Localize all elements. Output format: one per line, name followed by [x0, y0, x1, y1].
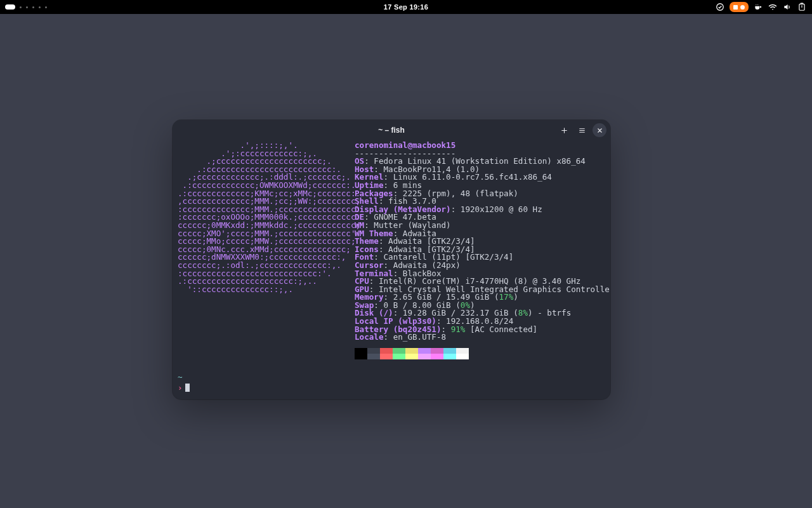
color-swatch [367, 354, 380, 359]
screen-share-icon [733, 5, 738, 10]
color-swatches [355, 348, 469, 359]
color-swatch [431, 354, 443, 359]
color-swatch [405, 354, 418, 359]
shell-prompt[interactable]: ~ › [178, 372, 190, 393]
window-title: ~ – fish [378, 126, 405, 135]
new-tab-button[interactable] [557, 123, 571, 137]
workspace-dot [39, 6, 41, 8]
color-swatch [443, 354, 456, 359]
info-row: Locale: en_GB.UTF-8 [355, 333, 610, 342]
workspace-indicator[interactable] [5, 4, 47, 10]
power-icon[interactable] [797, 2, 807, 12]
ascii-logo: .',;::::;,'. .';:cccccccccccc:;,. .;cccc… [178, 142, 353, 359]
workspace-dot [26, 6, 28, 8]
terminal-window: ~ – fish .',;::::;,'. .';:cccccccccccc:;… [173, 120, 610, 399]
system-tray[interactable] [715, 2, 807, 12]
workspace-dot [45, 6, 47, 8]
window-titlebar[interactable]: ~ – fish [173, 120, 610, 140]
screencast-indicator[interactable] [730, 2, 749, 12]
record-icon [740, 5, 745, 10]
color-swatch [405, 348, 418, 354]
color-swatch [380, 354, 393, 359]
color-swatch [443, 348, 456, 354]
color-swatch [355, 348, 367, 354]
workspace-active [5, 4, 15, 10]
color-swatch [431, 348, 443, 354]
color-swatch [456, 354, 469, 359]
clock[interactable]: 17 Sep 19:16 [384, 3, 428, 11]
color-swatch [418, 348, 431, 354]
color-swatch [456, 348, 469, 354]
terminal-output[interactable]: .',;::::;,'. .';:cccccccccccc:;,. .;cccc… [173, 140, 610, 364]
prompt-cwd: ~ [178, 372, 183, 382]
color-swatch [355, 354, 367, 359]
workspace-dot [32, 6, 34, 8]
cursor [185, 384, 190, 392]
workspace-dot [20, 6, 22, 8]
color-swatch [380, 348, 393, 354]
close-button[interactable] [593, 123, 606, 137]
volume-icon[interactable] [782, 2, 792, 12]
coffee-icon[interactable] [753, 2, 763, 12]
menu-button[interactable] [575, 123, 589, 137]
color-swatch [393, 348, 405, 354]
color-swatch [393, 354, 405, 359]
wifi-icon[interactable] [768, 2, 778, 12]
color-swatch [367, 348, 380, 354]
check-icon[interactable] [715, 2, 725, 12]
color-swatch [418, 354, 431, 359]
prompt-symbol: › [178, 383, 183, 392]
gnome-top-bar: 17 Sep 19:16 [0, 0, 812, 14]
